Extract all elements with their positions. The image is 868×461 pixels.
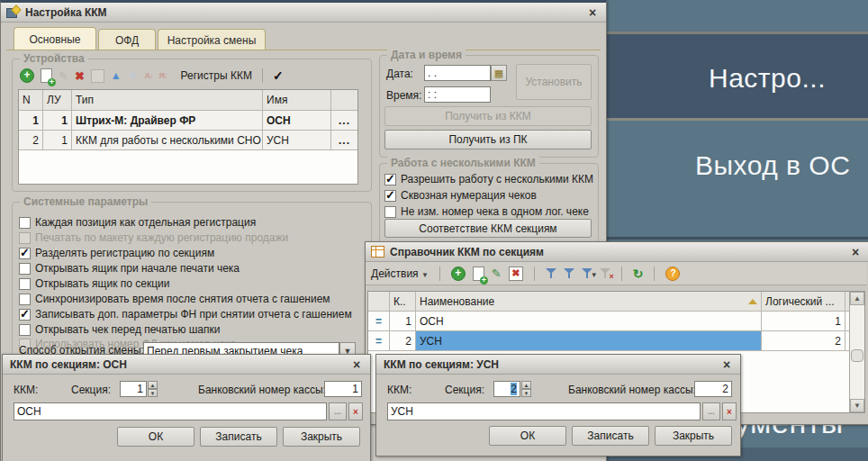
cell-name[interactable]: ОСН: [416, 312, 762, 330]
copy-icon[interactable]: [41, 68, 52, 83]
cell-name[interactable]: ОСН: [263, 111, 331, 130]
checkbox-box[interactable]: [384, 190, 396, 202]
osn-section-input[interactable]: 1: [120, 381, 147, 397]
cell-n[interactable]: 2: [19, 131, 43, 149]
usn-dialog-titlebar[interactable]: ККМ по секциям: УСН ×: [376, 355, 740, 375]
confirm-check-icon[interactable]: ✓: [273, 68, 284, 83]
actions-button[interactable]: Действия ▼: [371, 267, 429, 280]
tab-main[interactable]: Основные: [14, 27, 96, 50]
usn-dialog-close-icon[interactable]: ×: [719, 357, 735, 372]
checkbox-open-drawer-start[interactable]: Открывать ящик при начале печати чека: [19, 261, 240, 276]
edit-icon[interactable]: ✎: [59, 69, 68, 83]
checkbox-box[interactable]: [19, 324, 31, 336]
cell-n[interactable]: 1: [19, 111, 43, 130]
row-ellipsis-button[interactable]: ...: [331, 111, 357, 130]
get-from-kkm-button[interactable]: Получить из ККМ: [384, 106, 592, 126]
catalog-titlebar[interactable]: Справочник ККМ по секциям ×: [366, 242, 868, 262]
delete-icon[interactable]: ✖: [509, 267, 523, 281]
date-input[interactable]: . .: [424, 65, 491, 81]
add-icon[interactable]: +: [451, 267, 466, 281]
cell-logical[interactable]: 1: [762, 312, 845, 330]
move-up-icon[interactable]: ▲: [111, 69, 122, 82]
osn-write-button[interactable]: Записать: [200, 427, 277, 447]
edit-icon[interactable]: ✎: [492, 267, 502, 280]
copy-icon[interactable]: [473, 267, 484, 281]
kkm-settings-close-icon[interactable]: ×: [584, 5, 601, 20]
filter-by-value-icon[interactable]: [564, 267, 574, 279]
help-icon[interactable]: ?: [665, 267, 680, 281]
checkbox-box[interactable]: [384, 206, 396, 218]
checkbox-box[interactable]: [19, 217, 31, 229]
usn-write-button[interactable]: Записать: [572, 426, 649, 446]
checkbox-write-fn-params[interactable]: Записывать доп. параметры ФН при снятии …: [19, 307, 352, 321]
osn-ok-button[interactable]: ОК: [117, 427, 194, 447]
catalog-vscrollbar[interactable]: ▲ ▼: [849, 292, 864, 412]
calendar-icon[interactable]: ▦: [491, 65, 507, 81]
kkm-sections-mapping-button[interactable]: Соответствие ККМ секциям: [384, 219, 592, 238]
checkbox-box[interactable]: [384, 174, 396, 185]
catalog-col-logical[interactable]: Логический ...: [762, 292, 845, 311]
spin-down-icon[interactable]: ▼: [521, 389, 531, 397]
usn-choose-ellipsis-button[interactable]: ...: [702, 402, 720, 420]
usn-clear-icon[interactable]: ×: [722, 402, 737, 420]
devices-row-2[interactable]: 2 1 ККМ для работы с несколькими СНО УСН…: [19, 131, 357, 150]
filter-disable-icon[interactable]: ×: [600, 267, 610, 279]
osn-choose-ellipsis-button[interactable]: ...: [329, 402, 347, 420]
scroll-up-icon[interactable]: ▲: [850, 292, 864, 305]
osn-bank-input[interactable]: 1: [324, 381, 362, 397]
checkbox-each-position[interactable]: Каждая позиция как отдельная регистрация: [19, 215, 256, 230]
cell-code[interactable]: 2: [390, 331, 416, 350]
checkbox-box[interactable]: [19, 263, 31, 275]
catalog-close-icon[interactable]: ×: [847, 245, 863, 259]
checkbox-allow-multi-kkm[interactable]: Разрешить работу с несколькими ККМ: [384, 172, 593, 186]
osn-close-button[interactable]: Закрыть: [283, 427, 360, 447]
filter-history-icon[interactable]: ▼: [582, 267, 592, 279]
cell-type[interactable]: ККМ для работы с несколькими СНО: [72, 131, 263, 149]
checkbox-split-by-sections[interactable]: Разделять регистрацию по секциям: [19, 246, 214, 260]
usn-section-spinner[interactable]: ▲ ▼: [521, 381, 531, 397]
osn-section-spinner[interactable]: ▲ ▼: [148, 381, 158, 397]
get-from-pc-button[interactable]: Получить из ПК: [384, 130, 592, 149]
spin-up-icon[interactable]: ▲: [521, 381, 531, 389]
osn-name-input[interactable]: ОСН: [14, 402, 327, 420]
cell-name-selected[interactable]: УСН: [416, 331, 762, 350]
post-icon[interactable]: [91, 69, 104, 83]
catalog-row-2[interactable]: = 2 УСН 2: [368, 331, 864, 351]
cell-code[interactable]: 1: [390, 312, 416, 330]
catalog-row-1[interactable]: = 1 ОСН 1: [368, 312, 864, 331]
checkbox-open-drawer-section[interactable]: Открывать ящик по секции: [19, 276, 169, 291]
sort-asc-icon[interactable]: А↓: [145, 71, 153, 80]
usn-section-input[interactable]: 2: [493, 381, 520, 397]
osn-clear-icon[interactable]: ×: [348, 402, 363, 420]
cell-logical[interactable]: 2: [762, 331, 845, 350]
filter-settings-icon[interactable]: [546, 267, 556, 279]
cell-type[interactable]: Штрих-М: Драйвер ФР: [72, 111, 263, 130]
checkbox-sync-time[interactable]: Синхронизировать время после снятия отче…: [19, 292, 330, 306]
refresh-icon[interactable]: ↻: [633, 267, 644, 281]
tab-shift-settings[interactable]: Настройка смены: [158, 29, 266, 50]
checkbox-box[interactable]: [19, 294, 31, 305]
scroll-thumb[interactable]: [851, 349, 863, 362]
cell-name[interactable]: УСН: [263, 131, 331, 149]
add-icon[interactable]: +: [20, 68, 34, 83]
devices-col-type[interactable]: Тип: [72, 90, 263, 110]
tab-ofd[interactable]: ОФД: [98, 29, 156, 50]
spin-up-icon[interactable]: ▲: [148, 381, 158, 389]
checkbox-open-check-before-header[interactable]: Открывать чек перед печатью шапки: [19, 322, 220, 337]
row-ellipsis-button[interactable]: ...: [331, 131, 357, 149]
devices-col-name[interactable]: Имя: [263, 90, 331, 110]
osn-dialog-close-icon[interactable]: ×: [348, 357, 365, 372]
set-datetime-button[interactable]: Установить: [516, 64, 592, 100]
usn-bank-input[interactable]: 2: [694, 381, 732, 397]
spin-down-icon[interactable]: ▼: [148, 389, 158, 397]
checkbox-box[interactable]: [19, 309, 31, 321]
catalog-col-code[interactable]: К..: [390, 292, 416, 311]
scroll-down-icon[interactable]: ▼: [850, 399, 864, 412]
usn-name-input[interactable]: УСН: [387, 402, 701, 420]
time-input[interactable]: : :: [424, 86, 491, 103]
sort-desc-icon[interactable]: Я↓: [159, 71, 167, 80]
cell-lu[interactable]: 1: [43, 131, 72, 149]
registers-kkm-button[interactable]: Регистры ККМ: [181, 69, 252, 82]
move-down-icon[interactable]: ▼: [128, 69, 139, 82]
delete-icon[interactable]: ✖: [75, 69, 85, 83]
